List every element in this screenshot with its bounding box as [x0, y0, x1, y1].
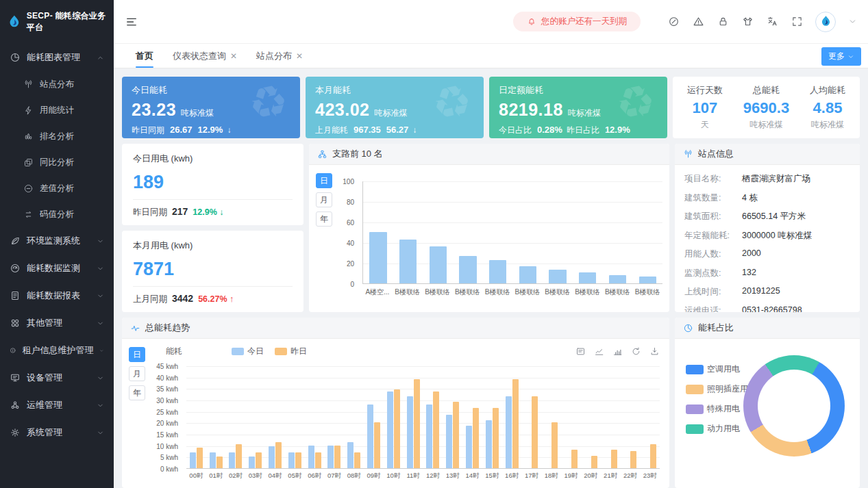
download-icon[interactable] — [649, 346, 660, 357]
avatar[interactable] — [815, 12, 836, 32]
toggle-月[interactable]: 月 — [316, 192, 332, 207]
fullscreen-icon[interactable] — [791, 16, 803, 27]
close-icon[interactable]: ✕ — [230, 51, 237, 61]
bar-今日[interactable] — [466, 426, 472, 468]
barchart-icon[interactable] — [612, 346, 623, 357]
bar-昨日[interactable] — [216, 457, 223, 468]
sidebar-subitem[interactable]: 排名分析 — [0, 123, 114, 149]
legend-item-动力用电[interactable]: 动力用电 — [686, 423, 756, 435]
site-info-row: 年定额能耗:3000000 吨标准煤 — [684, 230, 850, 242]
bar-昨日[interactable] — [453, 402, 459, 468]
sidebar-item[interactable]: 环境监测系统 — [0, 227, 114, 255]
bar-昨日[interactable] — [571, 450, 578, 468]
sidebar-subitem[interactable]: 码值分析 — [0, 201, 114, 227]
sidebar-item[interactable]: 能耗数据监测 — [0, 255, 114, 282]
bar-今日[interactable] — [288, 452, 295, 468]
toggle-年[interactable]: 年 — [316, 211, 332, 227]
sidebar-item[interactable]: 能耗数据报表 — [0, 282, 114, 309]
bar-今日[interactable] — [387, 391, 393, 468]
bar-昨日[interactable] — [630, 451, 636, 468]
tab-首页[interactable]: 首页 — [126, 44, 163, 68]
bar-昨日[interactable] — [611, 450, 617, 468]
sidebar-subitem[interactable]: 站点分布 — [0, 71, 114, 97]
sidebar-item[interactable]: 运维管理 — [0, 391, 114, 419]
collapse-menu-icon[interactable] — [125, 15, 138, 29]
account-expiry-notice[interactable]: 您的账户还有一天到期 — [513, 12, 641, 31]
bar-今日[interactable] — [308, 446, 314, 468]
bar[interactable] — [399, 240, 417, 284]
more-button[interactable]: 更多 — [821, 47, 861, 66]
bar-昨日[interactable] — [414, 379, 420, 468]
toggle-日[interactable]: 日 — [316, 173, 332, 188]
bar-昨日[interactable] — [236, 444, 242, 468]
donut-chart[interactable] — [743, 355, 845, 457]
linechart-icon[interactable] — [594, 346, 604, 357]
bar-今日[interactable] — [229, 452, 235, 468]
bar-昨日[interactable] — [493, 408, 499, 468]
bar-今日[interactable] — [327, 446, 334, 468]
bar-今日[interactable] — [367, 404, 373, 468]
bar-昨日[interactable] — [551, 422, 558, 468]
refresh-icon[interactable] — [631, 346, 641, 357]
bar-昨日[interactable] — [197, 448, 203, 468]
bar[interactable] — [430, 246, 447, 283]
legend-item-空调用电[interactable]: 空调用电 — [686, 363, 756, 375]
bar-昨日[interactable] — [374, 422, 380, 468]
lock-icon[interactable] — [717, 16, 729, 27]
bar-昨日[interactable] — [256, 452, 262, 468]
bar[interactable] — [489, 260, 506, 284]
bar-今日[interactable] — [407, 396, 413, 468]
sidebar-item[interactable]: 能耗图表管理 — [0, 44, 114, 71]
bar-今日[interactable] — [486, 420, 492, 468]
bar-昨日[interactable] — [512, 379, 519, 468]
close-icon[interactable]: ✕ — [296, 51, 303, 61]
tab-仪表状态查询[interactable]: 仪表状态查询✕ — [163, 44, 247, 68]
bar-昨日[interactable] — [275, 442, 282, 468]
bar[interactable] — [519, 266, 536, 284]
bar-昨日[interactable] — [334, 446, 340, 468]
bar-昨日[interactable] — [650, 444, 656, 468]
chevron-down-icon[interactable] — [848, 17, 857, 26]
bar-昨日[interactable] — [295, 452, 301, 468]
bar-昨日[interactable] — [591, 456, 597, 468]
bar-昨日[interactable] — [433, 391, 439, 468]
tab-站点分布[interactable]: 站点分布✕ — [247, 44, 312, 68]
bar-昨日[interactable] — [532, 396, 538, 468]
bar-昨日[interactable] — [354, 452, 360, 468]
gauge-icon[interactable] — [668, 16, 680, 27]
sidebar-item[interactable]: 设备管理 — [0, 364, 114, 391]
bar[interactable] — [609, 275, 626, 283]
legend-label: 特殊用电 — [707, 403, 740, 415]
bar-今日[interactable] — [347, 442, 354, 468]
theme-icon[interactable] — [742, 16, 754, 27]
bar-今日[interactable] — [249, 457, 255, 468]
sidebar-item[interactable]: 其他管理 — [0, 309, 114, 337]
translate-icon[interactable] — [767, 16, 778, 27]
bar[interactable] — [459, 256, 476, 284]
bar-今日[interactable] — [190, 452, 196, 468]
sidebar-item[interactable]: 系统管理 — [0, 419, 114, 446]
dataview-icon[interactable] — [575, 346, 586, 357]
bar-今日[interactable] — [269, 446, 275, 468]
bar-今日[interactable] — [426, 404, 432, 468]
bar[interactable] — [369, 232, 386, 283]
legend-item-昨日[interactable]: 昨日 — [275, 346, 307, 357]
sidebar-subitem[interactable]: 同比分析 — [0, 149, 114, 175]
toggle-月[interactable]: 月 — [129, 366, 145, 381]
bar-昨日[interactable] — [473, 408, 479, 468]
bar-今日[interactable] — [446, 415, 452, 468]
sidebar-subitem[interactable]: 差值分析 — [0, 175, 114, 201]
warning-icon[interactable] — [693, 16, 704, 27]
bar-昨日[interactable] — [394, 389, 400, 468]
sidebar-item[interactable]: 租户信息维护管理 — [0, 337, 114, 364]
bar-今日[interactable] — [506, 396, 512, 468]
toggle-日[interactable]: 日 — [129, 347, 145, 362]
bar[interactable] — [549, 270, 566, 283]
bar[interactable] — [579, 272, 596, 284]
bar-今日[interactable] — [210, 452, 216, 468]
bar[interactable] — [639, 277, 656, 283]
legend-item-今日[interactable]: 今日 — [232, 346, 264, 357]
bar-昨日[interactable] — [315, 452, 321, 468]
sidebar-subitem[interactable]: 用能统计 — [0, 97, 114, 123]
toggle-年[interactable]: 年 — [129, 385, 145, 400]
